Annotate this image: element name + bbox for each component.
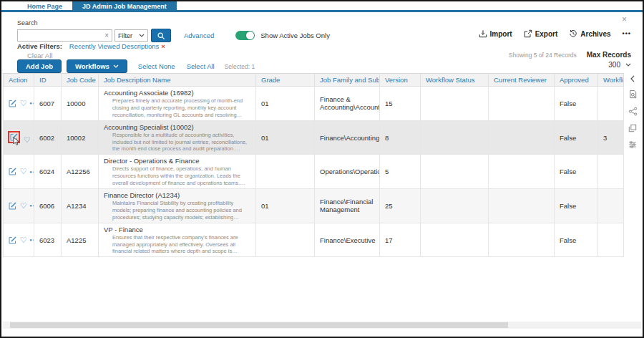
side-toolbar: [624, 73, 641, 257]
job-description: Maintains Financial Stability by creatin…: [104, 200, 253, 221]
cell-current-reviewer: [489, 87, 555, 121]
tab-jd-admin-job-management[interactable]: JD Admin Job Management: [72, 1, 177, 10]
row-more-icon[interactable]: ●●●: [29, 203, 34, 208]
cell-job-code: A1225: [62, 223, 99, 257]
col-workflow-priority[interactable]: Workflow Pri: [598, 74, 624, 87]
cell-family: Finance & Accounting\Accounting: [315, 87, 380, 121]
cell-family: Finance\Executive: [315, 223, 380, 257]
cell-description: Finance Director (A1234) Maintains Finan…: [99, 189, 256, 223]
col-id[interactable]: ID: [34, 74, 62, 87]
edit-icon[interactable]: [8, 236, 17, 245]
cell-workflow-status: [421, 120, 489, 155]
add-job-button[interactable]: Add Job: [17, 59, 62, 73]
favorite-icon[interactable]: ♡: [20, 167, 27, 176]
cell-workflow-status: [421, 223, 489, 257]
edit-icon[interactable]: [8, 167, 17, 176]
cell-description: Accounting Specialist (10002) Responsibl…: [99, 120, 256, 155]
row-more-icon[interactable]: ●●●: [29, 101, 34, 105]
scrollbar-thumb[interactable]: [10, 322, 508, 328]
cell-workflow-priority: [598, 223, 624, 257]
more-options-icon[interactable]: •••: [623, 30, 631, 37]
tab-home-page[interactable]: Home Page: [17, 1, 72, 10]
cell-description: Accounting Associate (16982) Prepares ti…: [99, 87, 256, 121]
filter-dropdown-label: Filter: [118, 32, 132, 39]
job-title[interactable]: Accounting Specialist (10002): [104, 123, 253, 131]
job-title[interactable]: Accounting Associate (16982): [104, 89, 253, 97]
cell-description: VP - Finance Ensures that their respecti…: [99, 223, 256, 257]
show-active-jobs-label: Show Active Jobs Only: [260, 32, 330, 39]
table-row[interactable]: ♡ ●●● 6024 A12256 Director - Operations …: [4, 155, 624, 189]
col-version[interactable]: Version: [380, 74, 421, 87]
col-job-description-name[interactable]: Job Description Name: [99, 74, 256, 87]
job-description: Directs support of finance, operations, …: [104, 165, 253, 187]
clear-all-link[interactable]: Clear All: [27, 52, 165, 59]
export-button[interactable]: Export: [524, 29, 558, 38]
col-grade[interactable]: Grade: [256, 74, 315, 87]
cell-workflow-status: [421, 87, 489, 121]
job-description: Prepares timely and accurate processing …: [104, 97, 253, 119]
search-box: ×: [17, 29, 112, 42]
records-info: Showing 5 of 24 Records Max Records 300: [509, 51, 631, 69]
search-input[interactable]: [18, 32, 102, 39]
horizontal-scrollbar[interactable]: [3, 322, 641, 329]
collapse-panel-chevron-icon[interactable]: [630, 75, 635, 82]
remove-filter-icon[interactable]: ×: [161, 42, 165, 50]
col-action[interactable]: Action: [4, 74, 34, 87]
job-title[interactable]: Finance Director (A1234): [104, 191, 253, 199]
showing-records-text: Showing 5 of 24 Records: [509, 52, 577, 59]
advanced-link[interactable]: Advanced: [184, 32, 214, 39]
col-current-reviewer[interactable]: Current Reviewer: [489, 74, 555, 87]
search-button[interactable]: [151, 29, 171, 42]
search-icon: [157, 32, 165, 40]
cell-approved: False: [555, 87, 598, 121]
filter-dropdown[interactable]: Filter: [114, 29, 148, 42]
filter-chip: Recently Viewed Descriptions×: [69, 42, 165, 50]
settings-sliders-icon[interactable]: [628, 140, 637, 149]
preview-document-icon[interactable]: [628, 90, 638, 99]
favorite-icon[interactable]: ♡: [24, 135, 31, 145]
clear-search-icon[interactable]: ×: [102, 32, 112, 39]
col-approved[interactable]: Approved: [555, 74, 598, 87]
col-workflow-status[interactable]: Workflow Status: [421, 74, 489, 87]
workflows-button[interactable]: Workflows: [67, 59, 127, 73]
hierarchy-share-icon[interactable]: [628, 107, 638, 116]
cell-grade: 01: [256, 189, 315, 223]
job-title[interactable]: VP - Finance: [104, 226, 253, 233]
row-more-icon[interactable]: ●●●: [29, 238, 34, 242]
show-active-jobs-toggle[interactable]: [235, 31, 255, 40]
table-row[interactable]: ♡ ●●● 6002 10002 Accounting Specialist (…: [4, 120, 624, 155]
job-title[interactable]: Director - Operations & Finance: [104, 157, 253, 165]
import-button[interactable]: Import: [479, 29, 512, 38]
chevron-down-icon: [113, 64, 119, 68]
favorite-icon[interactable]: ♡: [20, 99, 27, 108]
row-more-icon[interactable]: ●●●: [29, 170, 34, 174]
max-records-dropdown[interactable]: 300: [509, 61, 631, 69]
cell-grade: 01: [256, 87, 315, 121]
cell-grade: 01: [256, 120, 315, 155]
chevron-down-icon: [139, 34, 145, 37]
cell-id: 6024: [34, 155, 62, 189]
select-all-link[interactable]: Select All: [187, 62, 215, 70]
cell-version: 25: [380, 189, 421, 223]
close-icon[interactable]: ×: [622, 15, 627, 24]
col-job-family[interactable]: Job Family and Sub Family: [315, 74, 380, 87]
add-job-label: Add Job: [26, 62, 53, 70]
table-row[interactable]: ♡ ●●● 6023 A1225 VP - Finance Ensures th…: [4, 223, 624, 257]
archives-button[interactable]: Archives: [569, 29, 610, 38]
import-label: Import: [490, 30, 512, 38]
table-row[interactable]: ♡ ●●● 6007 10000 Accounting Associate (1…: [4, 87, 624, 121]
copy-icon[interactable]: [628, 124, 637, 132]
select-none-link[interactable]: Select None: [138, 62, 175, 70]
cell-version: 15: [380, 87, 421, 121]
cell-family: Finance\Financial Management: [315, 189, 380, 223]
action-cell: ♡ ●●●: [4, 120, 34, 155]
edit-icon[interactable]: [8, 99, 17, 108]
export-label: Export: [535, 30, 558, 38]
favorite-icon[interactable]: ♡: [20, 201, 27, 211]
cell-job-code: A12256: [62, 155, 99, 189]
search-label: Search: [17, 19, 330, 26]
favorite-icon[interactable]: ♡: [20, 236, 27, 245]
edit-icon[interactable]: [8, 201, 17, 211]
table-row[interactable]: ♡ ●●● 6006 A1234 Finance Director (A1234…: [4, 189, 624, 223]
col-job-code[interactable]: Job Code: [62, 74, 99, 87]
